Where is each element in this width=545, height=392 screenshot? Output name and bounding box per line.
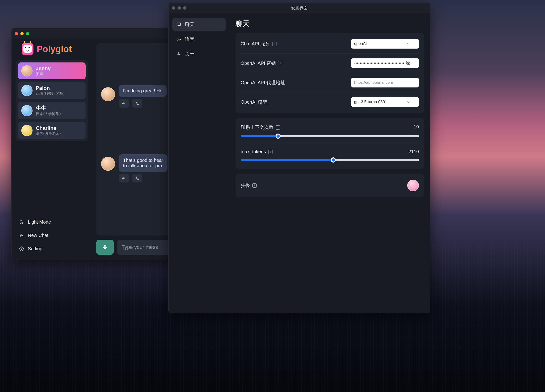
contacts-list: Jenny 美国 Palon 西班牙(餐厅老板) 牛牛 日本(大学同学): [16, 60, 88, 141]
chevron-down-icon: [407, 42, 410, 46]
model-label: OpenAI 模型: [241, 99, 267, 105]
avatar-icon: [101, 157, 115, 171]
model-select[interactable]: gpt-3.5-turbo-0301: [351, 97, 419, 107]
context-slider[interactable]: [241, 134, 419, 138]
minimize-dot-icon[interactable]: [20, 32, 24, 35]
contact-sub: 法国(法语老师): [36, 131, 61, 136]
info-icon[interactable]: i: [278, 61, 282, 65]
info-icon[interactable]: i: [272, 42, 277, 46]
svg-point-5: [178, 52, 179, 53]
settings-window-title: 设置界面: [169, 5, 430, 11]
contact-jenny[interactable]: Jenny 美国: [18, 62, 86, 79]
avatar-icon: [21, 125, 32, 136]
chevron-down-icon: [407, 100, 410, 104]
sidebar: Polyglot Jenny 美国 Palon 西班牙(餐厅老板): [12, 39, 92, 259]
svg-point-3: [177, 37, 180, 41]
message-tools: [119, 99, 167, 108]
minimize-dot-icon[interactable]: [178, 6, 181, 10]
close-dot-icon[interactable]: [172, 6, 175, 10]
api-key-label: OpenAI API 密钥: [241, 60, 276, 66]
api-service-label: Chat API 服务: [241, 41, 270, 47]
setting-button[interactable]: Setting: [17, 243, 87, 255]
nav-voice-label: 语音: [185, 36, 194, 42]
close-dot-icon[interactable]: [15, 32, 18, 35]
api-service-select[interactable]: openAI: [351, 39, 419, 49]
settings-window: 设置界面 聊天 语音 关于 聊天: [168, 2, 430, 313]
slider-thumb[interactable]: [276, 134, 281, 139]
zoom-dot-icon[interactable]: [183, 6, 186, 10]
info-icon[interactable]: i: [268, 150, 272, 154]
svg-point-4: [178, 39, 180, 40]
chat-icon: [176, 22, 181, 27]
brand-logo-icon: [22, 43, 33, 55]
voice-icon: [176, 37, 181, 42]
proxy-label: OpenAI API 代理地址: [241, 80, 285, 86]
contact-name: 牛牛: [36, 105, 61, 112]
settings-heading: 聊天: [235, 19, 424, 29]
message-tools: [119, 174, 167, 182]
avatar-icon: [21, 85, 32, 96]
nav-chat-label: 聊天: [185, 21, 194, 28]
nav-about-label: 关于: [185, 51, 194, 57]
mic-button[interactable]: [96, 240, 114, 255]
contact-charline[interactable]: Charline 法国(法语老师): [18, 122, 86, 139]
play-audio-button[interactable]: [119, 99, 129, 108]
api-service-value: openAI: [354, 41, 367, 46]
message-bubble: That's good to hear to talk about or pra: [119, 154, 167, 172]
info-icon[interactable]: i: [276, 125, 280, 130]
context-label: 联系上下文次数: [241, 124, 273, 131]
settings-titlebar[interactable]: 设置界面: [169, 3, 430, 13]
row-avatar: 头像 i: [241, 175, 419, 196]
settings-card-api: Chat API 服务 i openAI OpenAI API 密钥 i: [235, 33, 424, 113]
svg-point-1: [21, 248, 22, 249]
avatar-icon: [21, 65, 32, 76]
proxy-input[interactable]: [354, 80, 410, 85]
brand: Polyglot: [16, 39, 88, 57]
nav-chat[interactable]: 聊天: [172, 18, 226, 31]
avatar-preview[interactable]: [407, 180, 419, 191]
message-bubble: I'm doing great! Ho: [119, 85, 167, 97]
row-api-service: Chat API 服务 i openAI: [241, 34, 419, 54]
max-tokens-label: max_tokens: [241, 149, 266, 154]
proxy-field[interactable]: [351, 78, 419, 87]
max-tokens-slider[interactable]: [241, 158, 419, 162]
row-api-key: OpenAI API 密钥 i: [241, 54, 419, 73]
contact-name: Jenny: [36, 65, 51, 72]
setting-label: Setting: [28, 246, 42, 251]
light-mode-button[interactable]: Light Mode: [17, 216, 87, 228]
gear-icon: [19, 246, 24, 251]
nav-about[interactable]: 关于: [172, 48, 226, 60]
api-key-field[interactable]: [351, 58, 419, 68]
translate-button[interactable]: [132, 174, 142, 182]
row-max-tokens: max_tokens i 2110: [241, 144, 419, 168]
row-context-count: 联系上下文次数 i 10: [241, 119, 419, 144]
settings-nav: 聊天 语音 关于: [169, 13, 229, 313]
api-key-input[interactable]: [354, 61, 404, 65]
row-model: OpenAI 模型 gpt-3.5-turbo-0301: [241, 92, 419, 112]
eye-off-icon[interactable]: [406, 61, 410, 65]
zoom-dot-icon[interactable]: [26, 32, 29, 35]
nav-voice[interactable]: 语音: [172, 33, 226, 46]
context-value: 10: [414, 124, 419, 131]
play-audio-button[interactable]: [119, 174, 129, 182]
new-chat-button[interactable]: New Chat: [17, 230, 87, 241]
contact-sub: 日本(大学同学): [36, 112, 61, 117]
model-value: gpt-3.5-turbo-0301: [354, 100, 387, 104]
moon-icon: [19, 220, 24, 225]
settings-main: 聊天 Chat API 服务 i openAI: [229, 13, 430, 313]
settings-traffic-lights: [172, 6, 186, 10]
new-chat-label: New Chat: [28, 233, 48, 238]
sidebar-actions: Light Mode New Chat Setting: [16, 216, 88, 255]
contact-name: Palon: [36, 85, 65, 91]
contact-niuniu[interactable]: 牛牛 日本(大学同学): [18, 102, 86, 119]
new-chat-icon: [19, 233, 24, 238]
contact-name: Charline: [36, 125, 61, 131]
settings-card-avatar: 头像 i: [235, 174, 424, 197]
slider-thumb[interactable]: [331, 157, 336, 162]
translate-button[interactable]: [132, 99, 142, 108]
settings-card-sliders: 联系上下文次数 i 10 max_tokens: [235, 118, 424, 169]
main-traffic-lights: [15, 32, 29, 35]
contact-palon[interactable]: Palon 西班牙(餐厅老板): [18, 82, 86, 99]
info-icon[interactable]: i: [252, 183, 257, 187]
row-proxy: OpenAI API 代理地址: [241, 73, 419, 92]
